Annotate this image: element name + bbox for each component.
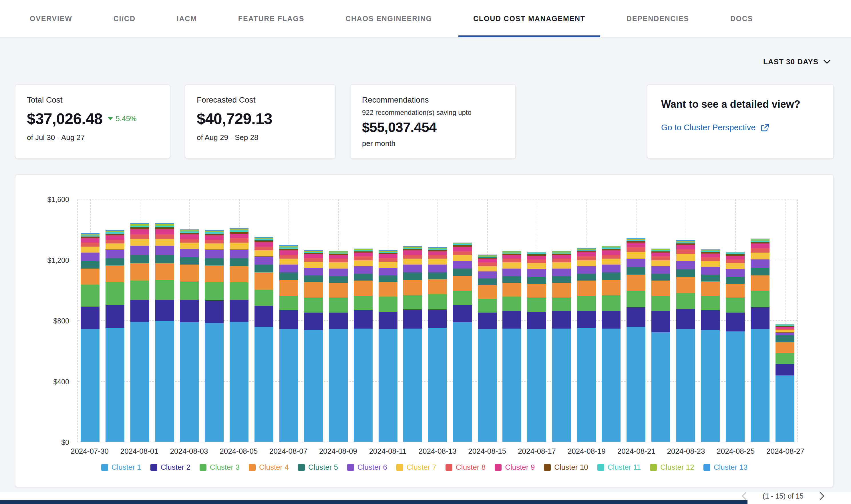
legend-item-cluster-6[interactable]: Cluster 6 [347, 463, 387, 472]
bar-2024-08-24[interactable] [701, 199, 720, 442]
legend-swatch [347, 464, 354, 471]
bar-segment-cluster-5 [726, 277, 745, 284]
bar-segment-cluster-8 [230, 238, 248, 242]
bar-2024-08-26[interactable] [751, 199, 769, 442]
bar-segment-cluster-6 [205, 249, 224, 258]
bar-2024-08-16[interactable] [502, 199, 521, 442]
bar-segment-cluster-4 [403, 280, 422, 295]
bar-2024-08-14[interactable] [453, 199, 472, 442]
bar-segment-cluster-9 [180, 234, 199, 239]
bar-segment-cluster-2 [155, 300, 174, 321]
legend-item-cluster-5[interactable]: Cluster 5 [298, 463, 338, 472]
bar-2024-08-05[interactable] [230, 199, 248, 442]
bar-2024-08-08[interactable] [304, 199, 323, 442]
x-tick-label: 2024-07-30 [71, 447, 109, 456]
bar-2024-08-27[interactable] [776, 199, 794, 442]
bar-2024-08-02[interactable] [155, 199, 174, 442]
bar-segment-cluster-9 [701, 253, 720, 257]
legend-item-cluster-7[interactable]: Cluster 7 [396, 463, 436, 472]
legend-item-cluster-4[interactable]: Cluster 4 [249, 463, 289, 472]
bar-2024-08-15[interactable] [478, 199, 497, 442]
bar-slot [376, 199, 400, 442]
bar-2024-08-25[interactable] [726, 199, 745, 442]
bar-slot [103, 199, 127, 442]
bar-2024-08-11[interactable] [379, 199, 398, 442]
tab-docs[interactable]: DOCS [715, 0, 768, 37]
tab-cloud-cost-management[interactable]: CLOUD COST MANAGEMENT [458, 0, 600, 37]
bar-segment-cluster-2 [602, 311, 621, 328]
legend-item-cluster-3[interactable]: Cluster 3 [199, 463, 240, 472]
bar-2024-08-22[interactable] [652, 199, 670, 442]
bar-2024-08-20[interactable] [602, 199, 621, 442]
bar-2024-08-23[interactable] [676, 199, 695, 442]
bar-segment-cluster-5 [552, 276, 571, 283]
bar-segment-cluster-1 [502, 328, 521, 442]
bar-segment-cluster-7 [354, 260, 372, 266]
bar-2024-08-06[interactable] [255, 199, 273, 442]
legend-item-cluster-12[interactable]: Cluster 12 [650, 463, 694, 472]
bar-slot [177, 199, 202, 442]
legend-item-cluster-11[interactable]: Cluster 11 [597, 463, 641, 472]
tab-ci-cd[interactable]: CI/CD [99, 0, 151, 37]
bar-segment-cluster-5 [701, 274, 720, 282]
legend-item-cluster-2[interactable]: Cluster 2 [151, 463, 190, 472]
bar-segment-cluster-7 [329, 262, 348, 268]
bar-2024-08-01[interactable] [131, 199, 149, 442]
tab-dependencies[interactable]: DEPENDENCIES [612, 0, 704, 37]
bar-segment-cluster-1 [403, 328, 422, 442]
bar-segment-cluster-5 [751, 268, 769, 275]
bar-2024-08-09[interactable] [329, 199, 348, 442]
bar-segment-cluster-4 [552, 283, 571, 297]
bar-segment-cluster-9 [354, 253, 372, 256]
bar-2024-08-10[interactable] [354, 199, 372, 442]
bar-2024-08-18[interactable] [552, 199, 571, 442]
bar-segment-cluster-6 [602, 265, 621, 272]
chevron-left-icon[interactable] [742, 492, 747, 500]
bar-segment-cluster-5 [527, 277, 546, 284]
bar-2024-08-13[interactable] [428, 199, 447, 442]
bar-segment-cluster-1 [776, 375, 794, 442]
bar-segment-cluster-7 [502, 262, 521, 268]
legend-item-cluster-1[interactable]: Cluster 1 [101, 463, 141, 472]
bar-2024-08-19[interactable] [577, 199, 596, 442]
bar-2024-08-21[interactable] [627, 199, 645, 442]
bar-2024-08-17[interactable] [527, 199, 546, 442]
bar-segment-cluster-3 [428, 294, 447, 309]
tab-overview[interactable]: OVERVIEW [15, 0, 87, 37]
chevron-right-icon[interactable] [819, 492, 825, 500]
bar-segment-cluster-4 [701, 282, 720, 296]
bar-segment-cluster-9 [304, 254, 323, 258]
tab-feature-flags[interactable]: FEATURE FLAGS [223, 0, 319, 37]
bar-2024-08-07[interactable] [279, 199, 298, 442]
bar-segment-cluster-1 [155, 321, 174, 442]
bar-segment-cluster-9 [379, 254, 398, 258]
legend-item-cluster-13[interactable]: Cluster 13 [704, 463, 748, 472]
bar-segment-cluster-3 [155, 280, 174, 300]
bar-segment-cluster-2 [329, 312, 348, 329]
bar-segment-cluster-1 [131, 322, 149, 442]
bar-2024-08-03[interactable] [180, 199, 199, 442]
bar-segment-cluster-6 [304, 268, 323, 275]
tab-chaos-engineering[interactable]: CHAOS ENGINEERING [331, 0, 447, 37]
x-tick-label: 2024-08-03 [170, 447, 208, 456]
bar-segment-cluster-8 [155, 234, 174, 239]
bar-segment-cluster-5 [627, 267, 645, 274]
date-range-dropdown[interactable]: LAST 30 DAYS [760, 54, 834, 70]
bar-segment-cluster-6 [279, 265, 298, 272]
legend-item-cluster-9[interactable]: Cluster 9 [495, 463, 535, 472]
bar-2024-07-30[interactable] [81, 199, 100, 442]
bar-2024-08-12[interactable] [403, 199, 422, 442]
cluster-perspective-link[interactable]: Go to Cluster Perspective [661, 123, 819, 132]
bar-segment-cluster-2 [354, 310, 372, 328]
bar-segment-cluster-3 [279, 296, 298, 310]
legend-swatch [249, 464, 256, 471]
recommendations-title: Recommendations [362, 95, 504, 105]
bar-segment-cluster-1 [230, 322, 248, 442]
bar-2024-07-31[interactable] [105, 199, 124, 442]
tab-iacm[interactable]: IACM [162, 0, 212, 37]
bar-2024-08-04[interactable] [205, 199, 224, 442]
legend-item-cluster-8[interactable]: Cluster 8 [446, 463, 486, 472]
legend-item-cluster-10[interactable]: Cluster 10 [544, 463, 588, 472]
top-nav: OVERVIEWCI/CDIACMFEATURE FLAGSCHAOS ENGI… [0, 0, 851, 38]
bar-segment-cluster-2 [205, 300, 224, 323]
